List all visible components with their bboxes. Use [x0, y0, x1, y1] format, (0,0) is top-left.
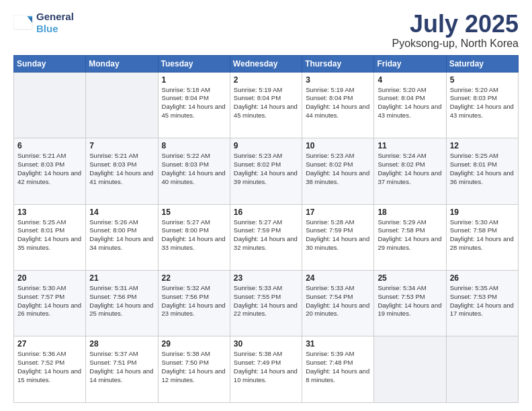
cell-info: Sunrise: 5:20 AMSunset: 8:04 PMDaylight:…: [378, 86, 442, 120]
day-number: 20: [17, 273, 82, 283]
day-number: 8: [162, 141, 226, 150]
calendar-cell: 22Sunrise: 5:32 AMSunset: 7:56 PMDayligh…: [158, 271, 230, 336]
column-header-monday: Monday: [86, 55, 158, 72]
day-number: 23: [234, 273, 298, 283]
day-number: 30: [234, 339, 298, 349]
calendar-cell: 16Sunrise: 5:27 AMSunset: 7:59 PMDayligh…: [230, 204, 302, 270]
calendar-cell: 12Sunrise: 5:25 AMSunset: 8:01 PMDayligh…: [446, 138, 518, 204]
day-number: 27: [17, 339, 82, 349]
column-header-thursday: Thursday: [302, 55, 374, 72]
cell-info: Sunrise: 5:31 AMSunset: 7:56 PMDaylight:…: [89, 284, 154, 318]
calendar-cell: 26Sunrise: 5:35 AMSunset: 7:53 PMDayligh…: [446, 271, 518, 336]
calendar-cell: 6Sunrise: 5:21 AMSunset: 8:03 PMDaylight…: [14, 138, 86, 204]
cell-info: Sunrise: 5:32 AMSunset: 7:56 PMDaylight:…: [162, 284, 226, 318]
calendar-cell: [374, 336, 446, 403]
cell-info: Sunrise: 5:23 AMSunset: 8:02 PMDaylight:…: [306, 152, 370, 186]
day-number: 25: [378, 273, 442, 283]
day-number: 11: [378, 141, 442, 150]
title-block: July 2025 Pyoksong-up, North Korea: [392, 11, 519, 50]
day-number: 5: [450, 75, 515, 85]
day-number: 22: [162, 273, 226, 283]
header: General Blue July 2025 Pyoksong-up, Nort…: [13, 11, 519, 50]
cell-info: Sunrise: 5:33 AMSunset: 7:55 PMDaylight:…: [234, 284, 298, 318]
day-number: 16: [234, 208, 298, 217]
day-number: 4: [378, 75, 442, 85]
calendar-cell: 17Sunrise: 5:28 AMSunset: 7:59 PMDayligh…: [302, 204, 374, 270]
column-header-tuesday: Tuesday: [158, 55, 230, 72]
calendar-cell: 8Sunrise: 5:22 AMSunset: 8:03 PMDaylight…: [158, 138, 230, 204]
calendar-cell: 30Sunrise: 5:38 AMSunset: 7:49 PMDayligh…: [230, 336, 302, 403]
cell-info: Sunrise: 5:29 AMSunset: 7:58 PMDaylight:…: [378, 218, 442, 253]
page: General Blue July 2025 Pyoksong-up, Nort…: [0, 0, 532, 411]
calendar-cell: 10Sunrise: 5:23 AMSunset: 8:02 PMDayligh…: [302, 138, 374, 204]
cell-info: Sunrise: 5:38 AMSunset: 7:50 PMDaylight:…: [162, 350, 226, 384]
calendar-cell: 25Sunrise: 5:34 AMSunset: 7:53 PMDayligh…: [374, 271, 446, 336]
day-number: 9: [234, 141, 298, 150]
calendar-week-3: 13Sunrise: 5:25 AMSunset: 8:01 PMDayligh…: [14, 204, 519, 270]
day-number: 26: [450, 273, 515, 283]
calendar-cell: 24Sunrise: 5:33 AMSunset: 7:54 PMDayligh…: [302, 271, 374, 336]
logo-line1: General: [36, 11, 74, 23]
day-number: 15: [162, 208, 226, 217]
calendar-week-2: 6Sunrise: 5:21 AMSunset: 8:03 PMDaylight…: [14, 138, 519, 204]
day-number: 17: [306, 208, 370, 217]
cell-info: Sunrise: 5:36 AMSunset: 7:52 PMDaylight:…: [17, 350, 82, 384]
cell-info: Sunrise: 5:27 AMSunset: 8:00 PMDaylight:…: [162, 218, 226, 253]
logo-text: General Blue: [36, 11, 74, 35]
calendar-cell: 19Sunrise: 5:30 AMSunset: 7:58 PMDayligh…: [446, 204, 518, 270]
column-header-wednesday: Wednesday: [230, 55, 302, 72]
calendar-cell: [14, 72, 86, 138]
calendar-week-5: 27Sunrise: 5:36 AMSunset: 7:52 PMDayligh…: [14, 336, 519, 403]
day-number: 28: [89, 339, 154, 349]
calendar-week-1: 1Sunrise: 5:18 AMSunset: 8:04 PMDaylight…: [14, 72, 519, 138]
cell-info: Sunrise: 5:26 AMSunset: 8:00 PMDaylight:…: [89, 218, 154, 253]
cell-info: Sunrise: 5:27 AMSunset: 7:59 PMDaylight:…: [234, 218, 298, 253]
cell-info: Sunrise: 5:18 AMSunset: 8:04 PMDaylight:…: [162, 86, 226, 120]
cell-info: Sunrise: 5:19 AMSunset: 8:04 PMDaylight:…: [306, 86, 370, 120]
calendar-cell: 20Sunrise: 5:30 AMSunset: 7:57 PMDayligh…: [14, 271, 86, 336]
cell-info: Sunrise: 5:23 AMSunset: 8:02 PMDaylight:…: [234, 152, 298, 186]
cell-info: Sunrise: 5:37 AMSunset: 7:51 PMDaylight:…: [89, 350, 154, 384]
day-number: 13: [17, 208, 82, 217]
cell-info: Sunrise: 5:39 AMSunset: 7:48 PMDaylight:…: [306, 350, 370, 384]
calendar-cell: 29Sunrise: 5:38 AMSunset: 7:50 PMDayligh…: [158, 336, 230, 403]
cell-info: Sunrise: 5:33 AMSunset: 7:54 PMDaylight:…: [306, 284, 370, 318]
calendar-cell: 13Sunrise: 5:25 AMSunset: 8:01 PMDayligh…: [14, 204, 86, 270]
calendar-week-4: 20Sunrise: 5:30 AMSunset: 7:57 PMDayligh…: [14, 271, 519, 336]
day-number: 29: [162, 339, 226, 349]
logo-line2: Blue: [36, 23, 58, 34]
calendar-cell: 5Sunrise: 5:20 AMSunset: 8:03 PMDaylight…: [446, 72, 518, 138]
calendar-cell: 18Sunrise: 5:29 AMSunset: 7:58 PMDayligh…: [374, 204, 446, 270]
day-number: 6: [17, 141, 82, 150]
calendar-table: SundayMondayTuesdayWednesdayThursdayFrid…: [13, 55, 519, 403]
calendar-header-row: SundayMondayTuesdayWednesdayThursdayFrid…: [14, 55, 519, 72]
column-header-saturday: Saturday: [446, 55, 518, 72]
calendar-cell: 9Sunrise: 5:23 AMSunset: 8:02 PMDaylight…: [230, 138, 302, 204]
column-header-sunday: Sunday: [14, 55, 86, 72]
day-number: 19: [450, 208, 515, 217]
main-title: July 2025: [392, 11, 519, 38]
day-number: 7: [89, 141, 154, 150]
calendar-cell: 21Sunrise: 5:31 AMSunset: 7:56 PMDayligh…: [86, 271, 158, 336]
day-number: 1: [162, 75, 226, 85]
calendar-cell: 28Sunrise: 5:37 AMSunset: 7:51 PMDayligh…: [86, 336, 158, 403]
calendar-cell: 4Sunrise: 5:20 AMSunset: 8:04 PMDaylight…: [374, 72, 446, 138]
day-number: 21: [89, 273, 154, 283]
cell-info: Sunrise: 5:28 AMSunset: 7:59 PMDaylight:…: [306, 218, 370, 253]
calendar-cell: 15Sunrise: 5:27 AMSunset: 8:00 PMDayligh…: [158, 204, 230, 270]
calendar-cell: 27Sunrise: 5:36 AMSunset: 7:52 PMDayligh…: [14, 336, 86, 403]
cell-info: Sunrise: 5:30 AMSunset: 7:58 PMDaylight:…: [450, 218, 515, 253]
cell-info: Sunrise: 5:34 AMSunset: 7:53 PMDaylight:…: [378, 284, 442, 318]
logo: General Blue: [13, 11, 74, 35]
calendar-cell: [86, 72, 158, 138]
day-number: 12: [450, 141, 515, 150]
day-number: 18: [378, 208, 442, 217]
cell-info: Sunrise: 5:35 AMSunset: 7:53 PMDaylight:…: [450, 284, 515, 318]
calendar-cell: 11Sunrise: 5:24 AMSunset: 8:02 PMDayligh…: [374, 138, 446, 204]
cell-info: Sunrise: 5:21 AMSunset: 8:03 PMDaylight:…: [89, 152, 154, 186]
column-header-friday: Friday: [374, 55, 446, 72]
calendar-cell: 7Sunrise: 5:21 AMSunset: 8:03 PMDaylight…: [86, 138, 158, 204]
calendar-cell: 23Sunrise: 5:33 AMSunset: 7:55 PMDayligh…: [230, 271, 302, 336]
day-number: 24: [306, 273, 370, 283]
calendar-cell: 1Sunrise: 5:18 AMSunset: 8:04 PMDaylight…: [158, 72, 230, 138]
